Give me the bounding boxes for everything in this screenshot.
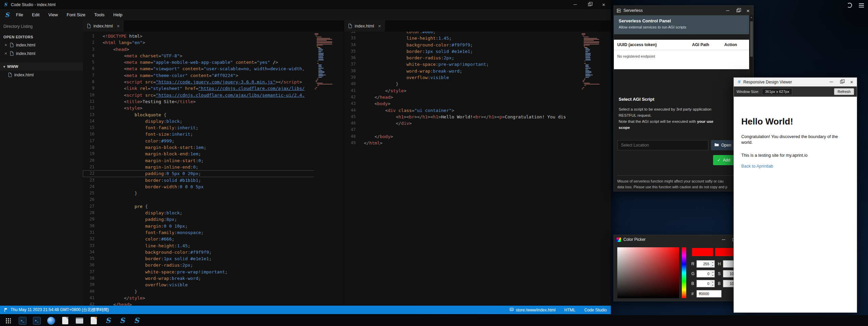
menu-icon[interactable] [859,3,864,7]
line-text[interactable]: <!DOCTYPE html> [100,33,344,39]
step-up-icon[interactable]: ▲ [711,270,714,274]
tree-file-item[interactable]: index.html [0,71,83,79]
folder-www[interactable]: ▾ WWW [0,62,83,71]
refresh-button[interactable]: Refresh [834,88,854,95]
close-button[interactable]: × [597,0,611,9]
line-text[interactable]: <h1><br></h1><h1>Hello World!<br></h1><p… [361,114,611,120]
minimize-button[interactable] [719,235,729,244]
line-text[interactable]: border-radius:2px; [361,55,611,61]
select-location-input[interactable]: Select Location [617,140,708,150]
line-text[interactable]: margin-block-end:1em; [100,151,344,157]
minimap[interactable] [581,32,611,306]
line-text[interactable]: overflow:visible [100,282,344,288]
line-text[interactable]: line-height:1.45; [361,35,611,41]
notes-app-icon[interactable] [90,317,98,325]
line-text[interactable]: margin-inline-start:0; [100,157,344,164]
step-up-icon[interactable]: ▲ [711,280,714,284]
line-text[interactable]: color:#999; [100,138,344,144]
line-text[interactable]: } [100,288,344,295]
line-text[interactable]: border-radius:2px; [100,262,344,268]
line-text[interactable]: border-width:0 0 0 5px [100,184,344,190]
line-text[interactable]: } [361,81,611,87]
tab-close-icon[interactable]: × [117,23,120,29]
line-text[interactable]: <div class="ui container"> [361,107,611,114]
line-text[interactable]: <script src="https://cdnjs.cloudflare.co… [100,92,344,98]
close-file-icon[interactable]: × [4,42,7,47]
line-text[interactable]: </style> [361,88,611,94]
minimize-button[interactable] [568,0,582,9]
open-editor-item[interactable]: ×index.html [0,41,83,49]
line-text[interactable]: line-height:1.45; [100,243,344,249]
step-down-icon[interactable]: ▼ [711,284,714,287]
tab-close-icon[interactable]: × [378,23,381,29]
close-button[interactable]: × [847,78,857,86]
stepper[interactable]: ▲▼ [711,280,714,287]
line-text[interactable]: color:#666; [100,236,344,242]
menu-view[interactable]: View [44,9,62,20]
menu-help[interactable]: Help [109,9,127,20]
close-button[interactable]: × [743,6,753,15]
line-text[interactable]: font-family:inherit; [100,124,344,131]
line-text[interactable]: white-space:pre-wrap!important; [361,61,611,68]
line-text[interactable]: </body> [361,133,611,140]
menu-file[interactable]: File [12,9,28,20]
line-text[interactable]: padding:8px; [100,216,344,223]
line-text[interactable]: display:block; [100,210,344,216]
restore-button[interactable] [733,6,743,15]
line-text[interactable]: padding:0 5px 0 20px; [100,170,344,177]
line-text[interactable]: <meta name="apple-mobile-web-app-capable… [100,59,344,65]
minimap[interactable] [314,32,344,306]
line-text[interactable]: <style> [100,105,344,111]
back-to-aprintlab-link[interactable]: Back to Aprintlab [741,164,773,169]
line-text[interactable]: <script src="https://code.jquery.com/jqu… [100,79,344,85]
window-app-icon[interactable] [75,317,84,325]
stepper[interactable]: ▲▼ [711,270,714,277]
tab-index-html[interactable]: index.html× [83,20,124,32]
menu-tools[interactable]: Tools [90,9,109,20]
terminal-1-icon[interactable]: >_ [18,317,26,325]
line-text[interactable]: background-color:#f9f9f9; [100,249,344,255]
menu-font-size[interactable]: Font Size [62,9,90,20]
field-input[interactable]: 0▲▼ [696,280,715,287]
line-text[interactable]: <html lang="en"> [100,39,344,46]
window-size-value[interactable]: 361px x 627px [762,88,793,95]
line-text[interactable] [361,127,611,133]
hex-input[interactable]: ff0000 [696,290,722,298]
line-text[interactable]: border:solid #b1b1b1; [100,177,344,184]
line-text[interactable]: border:1px solid #e1e1e1; [100,255,344,262]
status-flag-icon[interactable] [4,308,8,312]
close-file-icon[interactable]: × [4,51,7,56]
line-text[interactable]: white-space:pre-wrap!important; [100,269,344,275]
code-studio-1-icon[interactable]: S [104,317,112,325]
line-text[interactable]: border:1px solid #e1e1e1; [361,48,611,55]
terminal-2-icon[interactable]: >_ [33,317,41,325]
app-launcher-icon[interactable] [4,317,12,325]
menu-edit[interactable]: Edit [28,9,44,20]
hue-slider[interactable] [682,247,686,298]
restore-button[interactable] [582,0,597,9]
line-text[interactable]: <head> [100,46,344,53]
open-editors-header[interactable]: OPEN EDITORS [0,33,83,41]
line-text[interactable]: font-family:monospace; [100,229,344,236]
line-text[interactable]: margin-inline-end:0; [100,164,344,170]
line-text[interactable]: </style> [100,295,344,301]
status-file-path[interactable]: store:/www/index.html [510,307,555,312]
line-text[interactable]: </div> [361,120,611,127]
line-text[interactable]: pre { [100,203,344,210]
line-text[interactable] [100,196,344,203]
step-down-icon[interactable]: ▼ [711,274,714,277]
tab-index-html[interactable]: index.html× [344,20,385,32]
scrollbar-thumb[interactable] [750,21,753,57]
line-text[interactable]: <link rel="stylesheet" href="https://cdn… [100,85,344,92]
refresh-icon[interactable] [847,3,852,8]
line-text[interactable]: <meta charset="UTF-8"> [100,53,344,59]
status-language[interactable]: HTML [564,308,575,312]
line-text[interactable]: word-wrap:break-word; [100,275,344,282]
open-editor-item[interactable]: ×index.html [0,49,83,58]
line-text[interactable]: </html> [361,140,611,146]
code-studio-3-icon[interactable]: S [132,317,141,325]
line-text[interactable]: font-size:inherit; [100,131,344,137]
line-text[interactable]: background-color:#f9f9f9; [361,42,611,48]
saturation-value-area[interactable] [617,247,679,298]
field-input[interactable]: 0▲▼ [696,270,715,277]
